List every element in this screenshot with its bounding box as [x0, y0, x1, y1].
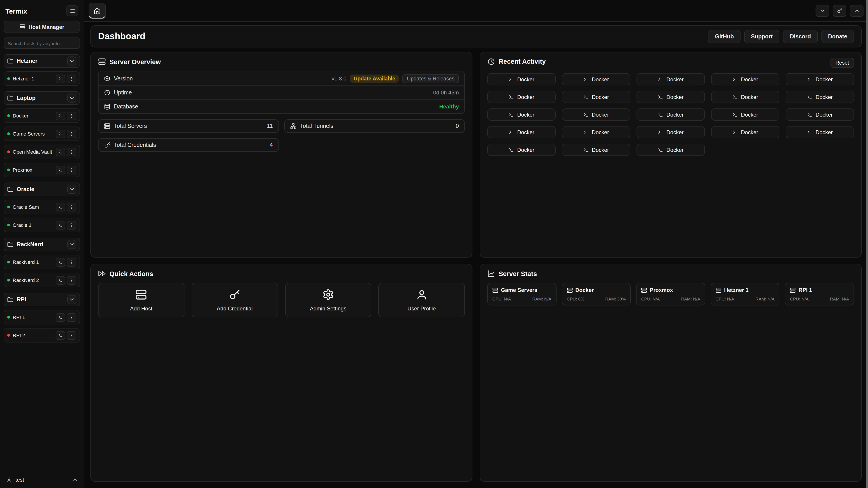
host-item[interactable]: RPI 1 — [4, 310, 80, 324]
open-terminal-button[interactable] — [56, 221, 65, 229]
header-link-donate[interactable]: Donate — [821, 30, 854, 43]
terminal-icon — [807, 94, 812, 100]
search-input[interactable] — [4, 37, 80, 49]
recent-activity-title: Recent Activity — [499, 58, 546, 65]
folder-header[interactable]: Hetzner — [4, 54, 80, 68]
activity-item[interactable]: Docker — [711, 91, 779, 103]
folder-collapse-button[interactable] — [67, 185, 76, 194]
activity-item[interactable]: Docker — [637, 144, 705, 156]
activity-item[interactable]: Docker — [637, 126, 705, 138]
folder-collapse-button[interactable] — [67, 94, 76, 103]
folder-icon — [7, 186, 13, 193]
host-menu-button[interactable] — [67, 276, 76, 285]
sidebar-menu-button[interactable] — [66, 5, 78, 16]
activity-item[interactable]: Docker — [786, 108, 854, 121]
updates-releases-button[interactable]: Updates & Releases — [402, 74, 459, 83]
host-item[interactable]: Proxmox — [4, 163, 80, 177]
scrollbar-thumb[interactable] — [866, 0, 868, 488]
activity-item[interactable]: Docker — [786, 73, 854, 86]
activity-item[interactable]: Docker — [487, 126, 556, 138]
open-terminal-button[interactable] — [56, 313, 65, 322]
host-menu-button[interactable] — [67, 129, 76, 138]
host-item[interactable]: RPI 2 — [4, 328, 80, 343]
terminal-icon — [58, 278, 63, 283]
host-item[interactable]: Open Media Vault — [4, 144, 80, 159]
quick-action-add-host[interactable]: Add Host — [98, 283, 184, 317]
open-terminal-button[interactable] — [56, 258, 65, 266]
host-name: Oracle 1 — [13, 222, 53, 228]
folder-collapse-button[interactable] — [67, 240, 76, 249]
activity-item[interactable]: Docker — [711, 126, 779, 138]
host-menu-button[interactable] — [67, 148, 76, 156]
activity-item[interactable]: Docker — [562, 73, 630, 86]
header-link-discord[interactable]: Discord — [783, 30, 817, 43]
row-label: Uptime — [114, 90, 132, 96]
folder-header[interactable]: Oracle — [4, 183, 80, 196]
status-dot — [7, 205, 10, 208]
open-terminal-button[interactable] — [56, 148, 65, 156]
stat-cpu: CPU: 6% — [567, 296, 584, 301]
header-link-support[interactable]: Support — [744, 30, 779, 43]
activity-item[interactable]: Docker — [711, 108, 779, 121]
host-menu-button[interactable] — [67, 221, 76, 229]
open-terminal-button[interactable] — [56, 276, 65, 285]
activity-item[interactable]: Docker — [487, 144, 556, 156]
open-terminal-button[interactable] — [56, 129, 65, 138]
folder-header[interactable]: Laptop — [4, 91, 80, 105]
tab-home[interactable] — [89, 2, 106, 19]
host-menu-button[interactable] — [67, 203, 76, 211]
host-menu-button[interactable] — [67, 111, 76, 120]
activity-item[interactable]: Docker — [637, 73, 705, 86]
folder-header[interactable]: RPI — [4, 293, 80, 306]
host-menu-button[interactable] — [67, 313, 76, 322]
host-menu-button[interactable] — [67, 166, 76, 174]
activity-item[interactable]: Docker — [487, 108, 556, 121]
folder-header[interactable]: RackNerd — [4, 238, 80, 251]
key-button[interactable] — [833, 5, 846, 17]
chevron-down-button[interactable] — [815, 5, 829, 17]
open-terminal-button[interactable] — [56, 111, 65, 120]
host-menu-button[interactable] — [67, 258, 76, 266]
chevron-down-icon — [819, 8, 825, 13]
window-scrollbar[interactable] — [866, 0, 868, 488]
host-item[interactable]: RackNerd 1 — [4, 255, 80, 269]
quick-action-add-credential[interactable]: Add Credential — [192, 283, 278, 317]
quick-action-admin-settings[interactable]: Admin Settings — [285, 283, 371, 317]
activity-item[interactable]: Docker — [562, 126, 630, 138]
chevron-up-button[interactable] — [850, 5, 864, 17]
activity-item[interactable]: Docker — [637, 91, 705, 103]
host-manager-button[interactable]: Host Manager — [4, 21, 80, 33]
stat-host: Docker — [567, 287, 626, 293]
host-item[interactable]: Hetzner 1 — [4, 71, 80, 86]
activity-item[interactable]: Docker — [487, 91, 556, 103]
host-item[interactable]: RackNerd 2 — [4, 273, 80, 287]
sidebar-footer-user[interactable]: test — [4, 472, 80, 484]
activity-item[interactable]: Docker — [487, 73, 556, 86]
host-item[interactable]: Docker — [4, 108, 80, 123]
activity-item[interactable]: Docker — [562, 108, 630, 121]
host-item[interactable]: Oracle Sam — [4, 200, 80, 214]
folder-collapse-button[interactable] — [67, 295, 76, 304]
host-menu-button[interactable] — [67, 74, 76, 83]
folder-collapse-button[interactable] — [67, 57, 76, 66]
activity-item[interactable]: Docker — [562, 91, 630, 103]
activity-item[interactable]: Docker — [786, 91, 854, 103]
host-item[interactable]: Game Servers — [4, 127, 80, 141]
activity-item[interactable]: Docker — [562, 144, 630, 156]
open-terminal-button[interactable] — [56, 74, 65, 83]
folder-name: Hetzner — [17, 58, 37, 64]
open-terminal-button[interactable] — [56, 331, 65, 339]
dashboard-content: Dashboard GitHubSupportDiscordDonate Ser… — [84, 22, 868, 488]
stat-host-name: Game Servers — [501, 287, 537, 293]
host-menu-button[interactable] — [67, 331, 76, 339]
activity-item[interactable]: Docker — [786, 126, 854, 138]
reset-button[interactable]: Reset — [831, 58, 854, 68]
row-label: Version — [114, 75, 133, 82]
activity-item[interactable]: Docker — [637, 108, 705, 121]
host-item[interactable]: Oracle 1 — [4, 218, 80, 232]
open-terminal-button[interactable] — [56, 166, 65, 174]
activity-item[interactable]: Docker — [711, 73, 779, 86]
quick-action-user-profile[interactable]: User Profile — [379, 283, 465, 317]
header-link-github[interactable]: GitHub — [708, 30, 741, 43]
open-terminal-button[interactable] — [56, 203, 65, 211]
